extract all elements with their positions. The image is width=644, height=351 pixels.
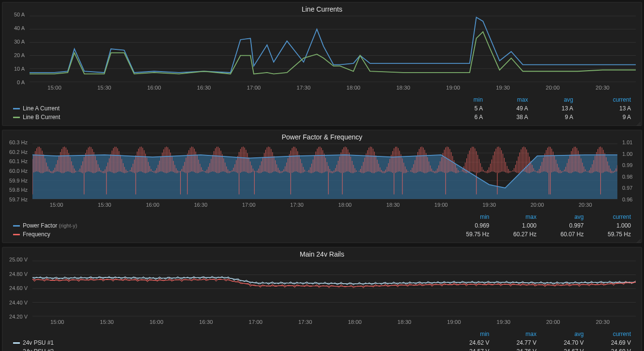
x-tick-label: 20:00: [531, 202, 544, 208]
y-tick-label-left: 59.9 Hz: [9, 178, 28, 183]
legend-stat: 24.77 V: [495, 338, 543, 347]
legend-row[interactable]: 24v PSU #124.62 V24.77 V24.70 V24.69 V: [7, 338, 637, 347]
legend-stat: 38 A: [489, 113, 534, 122]
legend-stat: 60.07 Hz: [542, 230, 590, 239]
panel-power-factor-frequency: Power Factor & Frequency15:0015:3016:001…: [2, 130, 642, 243]
x-tick-label: 17:00: [247, 85, 261, 91]
legend: minmaxavgcurrentLine A Current5 A49 A13 …: [2, 92, 642, 125]
legend-swatch: [13, 234, 20, 235]
legend-header[interactable]: avg: [534, 95, 579, 104]
y-tick-label-left: 20 A: [14, 52, 25, 58]
y-tick-label-right: 0.97: [622, 185, 632, 191]
legend-stat: 0.969: [448, 221, 495, 230]
x-tick-label: 15:00: [50, 202, 63, 208]
panel-title[interactable]: Line Currents: [2, 2, 642, 15]
legend-stat: 24.67 V: [542, 347, 590, 351]
x-tick-label: 17:30: [290, 202, 304, 208]
legend-row[interactable]: 24v PSU #224.57 V24.76 V24.67 V24.69 V: [7, 347, 637, 351]
x-tick-label: 20:00: [546, 85, 560, 91]
chart-area[interactable]: 15:0015:3016:0016:3017:0017:3018:0018:30…: [2, 143, 642, 210]
legend: minmaxavgcurrentPower Factor (right-y)0.…: [2, 210, 642, 243]
x-tick-label: 19:00: [446, 85, 460, 91]
legend-header[interactable]: avg: [542, 213, 590, 221]
legend-header[interactable]: max: [495, 213, 543, 221]
legend-series-name: Line A Current: [23, 105, 60, 112]
chart-svg[interactable]: 15:0015:3016:0016:3017:0017:3018:0018:30…: [32, 143, 617, 210]
x-tick-label: 17:00: [249, 319, 263, 325]
x-tick-label: 20:30: [579, 202, 592, 208]
y-tick-label-left: 24.20 V: [9, 314, 28, 320]
legend-row[interactable]: Line B Current6 A38 A9 A9 A: [7, 113, 637, 122]
legend-swatch: [13, 117, 20, 118]
y-tick-label-left: 10 A: [14, 66, 25, 72]
chart-svg[interactable]: 15:0015:3016:0016:3017:0017:3018:0018:30…: [30, 15, 636, 92]
legend-swatch: [13, 225, 20, 227]
legend-axis-note: (right-y): [57, 223, 77, 229]
y-tick-label-right: 0.98: [622, 174, 632, 180]
x-tick-label: 17:30: [298, 319, 312, 325]
x-tick-label: 15:30: [100, 319, 114, 325]
chart-svg[interactable]: 15:0015:3016:0016:3017:0017:3018:0018:30…: [32, 260, 636, 327]
legend-stat: 5 A: [448, 104, 489, 113]
legend-stat: 9 A: [534, 113, 579, 122]
legend-header[interactable]: current: [579, 95, 637, 104]
legend-header[interactable]: min: [448, 213, 495, 221]
legend-stat: 60.27 Hz: [495, 230, 543, 239]
legend-stat: 24.69 V: [590, 338, 637, 347]
legend-row[interactable]: Line A Current5 A49 A13 A13 A: [7, 104, 637, 113]
legend-header[interactable]: max: [489, 95, 534, 104]
legend-series-name: 24v PSU #1: [23, 339, 54, 346]
x-tick-label: 17:00: [242, 202, 256, 208]
y-tick-label-left: 30 A: [14, 39, 25, 45]
legend-header[interactable]: current: [590, 213, 637, 221]
y-tick-label-left: 25.00 V: [9, 257, 28, 262]
y-tick-label-left: 59.8 Hz: [9, 187, 28, 193]
y-tick-label-right: 0.96: [622, 197, 632, 202]
legend-stat: 49 A: [489, 104, 534, 113]
series-line: [30, 32, 636, 74]
legend-stat: 59.75 Hz: [448, 230, 495, 239]
legend-series-name: Line B Current: [23, 114, 60, 121]
x-tick-label: 20:30: [596, 319, 610, 325]
legend-header[interactable]: min: [448, 95, 489, 104]
panel-title[interactable]: Main 24v Rails: [2, 247, 642, 260]
x-tick-label: 18:00: [347, 85, 361, 91]
series-line: [30, 17, 636, 73]
y-tick-label-left: 24.80 V: [9, 271, 28, 277]
y-tick-label-left: 24.60 V: [9, 285, 28, 291]
legend-header[interactable]: min: [448, 330, 495, 338]
y-tick-label-right: 1.01: [622, 139, 632, 145]
legend-row[interactable]: Frequency59.75 Hz60.27 Hz60.07 Hz59.75 H…: [7, 230, 637, 239]
legend-header[interactable]: avg: [542, 330, 590, 338]
chart-area[interactable]: 15:0015:3016:0016:3017:0017:3018:0018:30…: [2, 260, 642, 327]
resize-handle-icon[interactable]: [637, 121, 641, 124]
y-tick-label-left: 40 A: [14, 25, 25, 31]
x-tick-label: 16:30: [197, 85, 211, 91]
x-tick-label: 15:30: [97, 85, 111, 91]
legend-stat: 13 A: [579, 104, 637, 113]
legend-series-name: Frequency: [23, 231, 50, 238]
legend-stat: 6 A: [448, 113, 489, 122]
panel-main-24v-rails: Main 24v Rails15:0015:3016:0016:3017:001…: [2, 247, 642, 351]
x-tick-label: 20:00: [546, 319, 560, 325]
x-tick-label: 17:30: [297, 85, 311, 91]
panel-title[interactable]: Power Factor & Frequency: [2, 130, 642, 143]
x-tick-label: 16:30: [194, 202, 208, 208]
x-tick-label: 18:30: [386, 202, 400, 208]
legend-row[interactable]: Power Factor (right-y)0.9691.0000.9971.0…: [7, 221, 637, 230]
x-tick-label: 18:00: [338, 202, 352, 208]
legend-stat: 59.75 Hz: [590, 230, 637, 239]
legend-stat: 1.000: [590, 221, 637, 230]
resize-handle-icon[interactable]: [637, 238, 641, 242]
legend-series-name: 24v PSU #2: [23, 348, 54, 351]
legend-stat: 9 A: [579, 113, 637, 122]
x-tick-label: 16:00: [147, 85, 161, 91]
chart-area[interactable]: 15:0015:3016:0016:3017:0017:3018:0018:30…: [2, 15, 642, 92]
x-tick-label: 15:30: [98, 202, 111, 208]
x-tick-label: 19:00: [434, 202, 448, 208]
legend-header[interactable]: max: [495, 330, 543, 338]
y-tick-label-left: 60.2 Hz: [9, 149, 28, 155]
x-tick-label: 19:30: [496, 85, 510, 91]
legend-header[interactable]: current: [590, 330, 637, 338]
legend-stat: 24.76 V: [495, 347, 543, 351]
